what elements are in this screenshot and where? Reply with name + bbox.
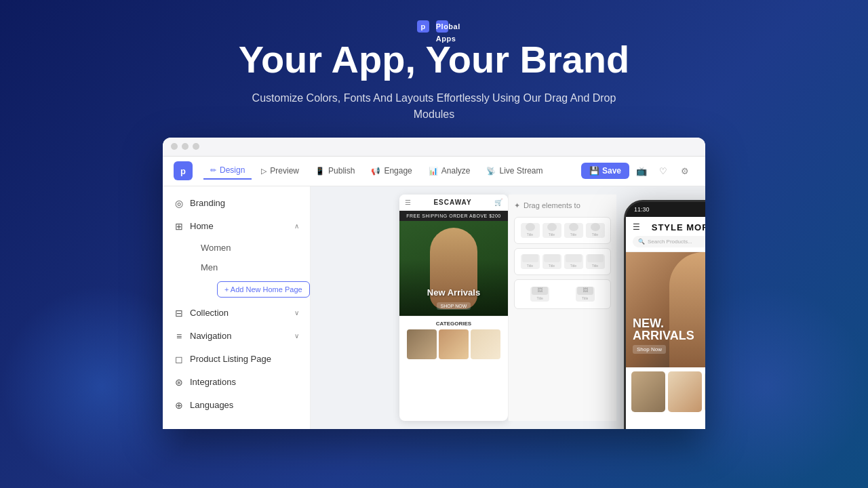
logo-badge: p (174, 161, 193, 180)
languages-label: Languages (190, 400, 299, 410)
mobile-hero-new: NEW. (633, 317, 694, 329)
drag-row-images[interactable]: 🖼 Title 🖼 Title (514, 279, 611, 309)
collection-label: Collection (190, 308, 289, 318)
drag-img-2: 🖼 (577, 287, 593, 295)
save-label: Save (602, 166, 621, 176)
drag-cell-rect-1: Title (521, 254, 540, 269)
drag-cell-rect-4: Title (586, 254, 605, 269)
settings-button[interactable]: ⚙ (675, 161, 694, 180)
brand-name: p Plobal Apps (237, 19, 631, 33)
sidebar-item-men[interactable]: Men (190, 258, 310, 277)
phone-preview: ☰ ESCAWAY 🛒 FREE SHIPPING ORDER ABOVE $2… (399, 195, 508, 421)
drag-rect-4 (587, 254, 604, 262)
heart-button[interactable]: ♡ (654, 161, 673, 180)
sidebar-item-integrations[interactable]: ⊛ Integrations (163, 371, 310, 394)
drag-cell-4: Title (586, 223, 605, 238)
navigation-icon: ≡ (174, 331, 184, 342)
home-submenu: Women Men + Add New Home Page (163, 238, 310, 302)
sidebar-item-product-listing[interactable]: ◻ Product Listing Page (163, 348, 310, 371)
home-icon: ⊞ (174, 221, 184, 232)
sidebar-item-branding[interactable]: ◎ Branding (163, 192, 310, 215)
branding-icon: ◎ (174, 198, 184, 209)
men-label: Men (201, 262, 218, 272)
drag-rect-2 (544, 254, 560, 262)
mobile-statusbar: 11:30 ▐▐ 📶 (626, 202, 705, 217)
collection-icon: ⊟ (174, 308, 184, 319)
add-home-page-button[interactable]: + Add New Home Page (217, 281, 310, 298)
tab-engage[interactable]: 📢 Engage (364, 163, 418, 179)
mobile-category-strip (630, 371, 705, 412)
home-chevron-icon: ∧ (294, 222, 299, 230)
mobile-hero-banner: NEW. ARRIVALS Shop Now (626, 252, 705, 367)
drag-circle-1 (526, 223, 535, 231)
window-titlebar (163, 138, 705, 157)
mobile-mockup: 11:30 ▐▐ 📶 ☰ STYLE MORE 🛒 🔍 (624, 200, 705, 429)
drag-row-rectangles[interactable]: Title Title Title (514, 248, 611, 275)
drag-cell-img-2: 🖼 Title (576, 287, 595, 302)
dot-close (171, 143, 178, 150)
tab-preview[interactable]: ▷ Preview (254, 163, 306, 179)
mobile-search-icon: 🔍 (638, 239, 645, 245)
cart-icon: 🛒 (494, 199, 502, 206)
sidebar-item-women[interactable]: Women (190, 238, 310, 258)
tab-engage-label: Engage (384, 166, 412, 176)
app-window: p ✏ Design ▷ Preview 📱 Publish 📢 Engage … (163, 138, 705, 429)
drag-row-circles[interactable]: Title Title Title (514, 217, 611, 244)
product-listing-icon: ◻ (174, 354, 184, 365)
sidebar: ◎ Branding ⊞ Home ∧ Women Men + Add New … (163, 186, 311, 429)
drag-cell-3: Title (564, 223, 583, 238)
tab-design-label: Design (220, 165, 245, 175)
product-listing-label: Product Listing Page (190, 354, 299, 364)
phone-hero-image: New Arrivals SHOP NOW (399, 221, 508, 316)
mobile-header-bar: ☰ STYLE MORE 🛒 (633, 222, 705, 232)
tab-preview-label: Preview (270, 166, 299, 176)
save-button[interactable]: 💾 Save (581, 163, 629, 179)
branding-label: Branding (190, 198, 299, 208)
mobile-screen: ☰ STYLE MORE 🛒 🔍 Search Products... (626, 217, 705, 429)
top-nav: p ✏ Design ▷ Preview 📱 Publish 📢 Engage … (163, 157, 705, 186)
sidebar-item-home[interactable]: ⊞ Home ∧ (163, 215, 310, 238)
tab-livestream[interactable]: 📡 Live Stream (479, 163, 549, 179)
mobile-shop-header: ☰ STYLE MORE 🛒 🔍 Search Products... (626, 217, 705, 252)
integrations-icon: ⊛ (174, 377, 184, 388)
drag-circle-4 (591, 223, 600, 231)
phone-brand-name: ESCAWAY (433, 199, 471, 206)
sidebar-item-navigation[interactable]: ≡ Navigation ∨ (163, 325, 310, 348)
navigation-label: Navigation (190, 331, 289, 341)
tab-publish-label: Publish (328, 166, 355, 176)
header-section: p Plobal Apps Your App, Your Brand Custo… (237, 0, 631, 123)
mobile-shop-name: STYLE MORE (652, 222, 705, 232)
categories-grid (405, 329, 502, 359)
mobile-search-bar[interactable]: 🔍 Search Products... (633, 236, 705, 247)
mobile-time: 11:30 (634, 206, 650, 213)
sidebar-item-collection[interactable]: ⊟ Collection ∨ (163, 302, 310, 325)
engage-icon: 📢 (371, 167, 380, 176)
analyze-icon: 📊 (429, 167, 438, 176)
tab-analyze-label: Analyze (441, 166, 471, 176)
drag-panel-title: ✦ Drag elements to (514, 201, 611, 210)
new-arrivals-text: New Arrivals (427, 288, 480, 298)
navigation-chevron-icon: ∨ (294, 332, 299, 340)
drag-cell-img-1: 🖼 Title (530, 287, 549, 302)
brand-logo-letter: p (417, 20, 429, 33)
hero-subtitle: Customize Colors, Fonts And Layouts Effo… (237, 90, 631, 123)
cast-button[interactable]: 📺 (632, 161, 651, 180)
drag-img-1: 🖼 (532, 287, 548, 295)
mobile-shop-now[interactable]: Shop Now (633, 345, 666, 354)
drag-icon: ✦ (514, 201, 520, 210)
dot-minimize (182, 143, 189, 150)
tab-publish[interactable]: 📱 Publish (309, 163, 361, 179)
mobile-hero-arrivals: ARRIVALS (633, 329, 694, 342)
category-image-3 (471, 329, 500, 359)
drag-cell-rect-3: Title (564, 254, 583, 269)
mobile-bottom-section (626, 367, 705, 416)
mobile-cat-thumb-3 (705, 371, 705, 412)
phone-promo-banner: FREE SHIPPING ORDER ABOVE $200 (399, 211, 508, 221)
tab-design[interactable]: ✏ Design (203, 162, 252, 180)
sidebar-item-languages[interactable]: ⊕ Languages (163, 394, 310, 417)
tab-analyze[interactable]: 📊 Analyze (422, 163, 477, 179)
categories-label: CATEGORIES (405, 321, 502, 327)
home-label: Home (190, 221, 289, 231)
drag-cell-rect-2: Title (542, 254, 561, 269)
mobile-cat-thumb-1 (631, 371, 665, 412)
